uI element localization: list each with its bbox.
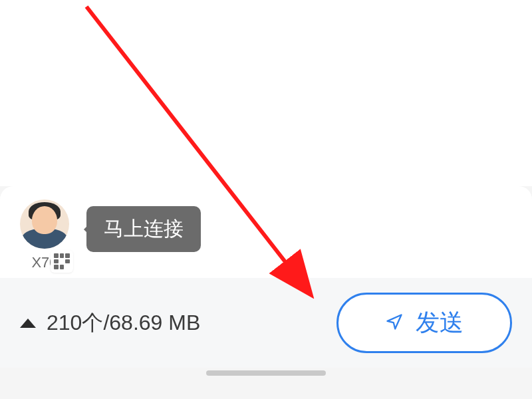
content-area [0, 0, 532, 186]
bottom-action-bar: 210个/68.69 MB 发送 [0, 278, 532, 368]
send-button-label: 发送 [416, 307, 464, 339]
paper-plane-icon [385, 309, 404, 337]
avatar [20, 200, 69, 249]
device-avatar-group[interactable]: X70 [20, 200, 69, 271]
selection-summary[interactable]: 210个/68.69 MB [20, 309, 200, 338]
connect-tooltip[interactable]: 马上连接 [86, 206, 201, 252]
device-row: X70 马上连接 [20, 200, 512, 271]
qr-code-icon[interactable] [51, 250, 73, 273]
selection-count-label: 210个/68.69 MB [47, 309, 200, 338]
chevron-up-icon [20, 319, 36, 328]
home-indicator [206, 370, 326, 376]
device-panel: X70 马上连接 [0, 186, 532, 278]
send-button[interactable]: 发送 [336, 293, 512, 353]
